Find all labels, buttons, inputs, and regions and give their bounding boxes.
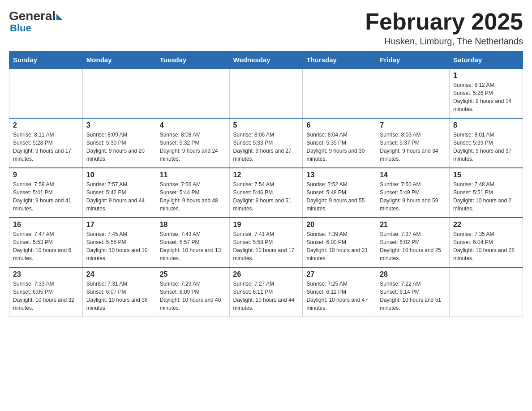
calendar-week-3: 9Sunrise: 7:59 AMSunset: 5:41 PMDaylight… <box>9 168 523 218</box>
day-of-week-saturday: Saturday <box>450 51 523 69</box>
day-info: Sunrise: 7:57 AMSunset: 5:42 PMDaylight:… <box>86 180 152 213</box>
day-info: Sunrise: 7:50 AMSunset: 5:49 PMDaylight:… <box>380 180 446 213</box>
logo-blue-text: Blue <box>10 23 31 33</box>
day-number: 6 <box>306 121 372 129</box>
day-of-week-sunday: Sunday <box>9 51 83 69</box>
day-info: Sunrise: 7:22 AMSunset: 6:14 PMDaylight:… <box>380 280 446 312</box>
day-info: Sunrise: 7:25 AMSunset: 6:12 PMDaylight:… <box>306 280 372 312</box>
day-info: Sunrise: 7:29 AMSunset: 6:09 PMDaylight:… <box>160 280 226 312</box>
day-number: 7 <box>380 121 446 129</box>
day-of-week-thursday: Thursday <box>303 51 376 69</box>
day-info: Sunrise: 7:35 AMSunset: 6:04 PMDaylight:… <box>453 230 519 262</box>
calendar-cell: 22Sunrise: 7:35 AMSunset: 6:04 PMDayligh… <box>450 218 523 267</box>
page-header: General Blue February 2025 Husken, Limbu… <box>9 9 523 47</box>
day-number: 16 <box>13 221 79 229</box>
day-info: Sunrise: 8:08 AMSunset: 5:32 PMDaylight:… <box>160 131 226 163</box>
day-number: 26 <box>233 270 299 278</box>
day-info: Sunrise: 7:54 AMSunset: 5:46 PMDaylight:… <box>233 180 299 213</box>
calendar-cell: 3Sunrise: 8:09 AMSunset: 5:30 PMDaylight… <box>82 118 156 168</box>
calendar-cell: 6Sunrise: 8:04 AMSunset: 5:35 PMDaylight… <box>303 118 376 168</box>
calendar-cell: 4Sunrise: 8:08 AMSunset: 5:32 PMDaylight… <box>156 118 229 168</box>
day-info: Sunrise: 8:01 AMSunset: 5:39 PMDaylight:… <box>453 131 519 163</box>
calendar-header: SundayMondayTuesdayWednesdayThursdayFrid… <box>9 51 523 69</box>
day-number: 14 <box>380 171 446 179</box>
day-number: 23 <box>13 270 79 278</box>
day-number: 1 <box>453 72 519 80</box>
day-info: Sunrise: 7:52 AMSunset: 5:48 PMDaylight:… <box>306 180 372 213</box>
title-block: February 2025 Husken, Limburg, The Nethe… <box>365 9 523 47</box>
day-info: Sunrise: 7:39 AMSunset: 6:00 PMDaylight:… <box>306 230 372 262</box>
calendar-cell: 27Sunrise: 7:25 AMSunset: 6:12 PMDayligh… <box>303 267 376 317</box>
day-info: Sunrise: 8:03 AMSunset: 5:37 PMDaylight:… <box>380 131 446 163</box>
calendar-cell: 28Sunrise: 7:22 AMSunset: 6:14 PMDayligh… <box>376 267 450 317</box>
day-of-week-tuesday: Tuesday <box>156 51 229 69</box>
day-info: Sunrise: 7:31 AMSunset: 6:07 PMDaylight:… <box>86 280 152 312</box>
calendar-cell: 13Sunrise: 7:52 AMSunset: 5:48 PMDayligh… <box>303 168 376 218</box>
day-number: 11 <box>160 171 226 179</box>
calendar-cell <box>229 68 303 118</box>
calendar-cell: 7Sunrise: 8:03 AMSunset: 5:37 PMDaylight… <box>376 118 450 168</box>
day-info: Sunrise: 8:04 AMSunset: 5:35 PMDaylight:… <box>306 131 372 163</box>
logo-arrow-icon <box>56 14 63 20</box>
calendar-cell: 15Sunrise: 7:48 AMSunset: 5:51 PMDayligh… <box>450 168 523 218</box>
calendar-cell: 2Sunrise: 8:11 AMSunset: 5:28 PMDaylight… <box>9 118 83 168</box>
day-info: Sunrise: 7:41 AMSunset: 5:58 PMDaylight:… <box>233 230 299 262</box>
calendar-cell <box>82 68 156 118</box>
calendar-cell <box>376 68 450 118</box>
day-info: Sunrise: 7:33 AMSunset: 6:05 PMDaylight:… <box>13 280 79 312</box>
calendar-cell: 8Sunrise: 8:01 AMSunset: 5:39 PMDaylight… <box>450 118 523 168</box>
day-number: 27 <box>306 270 372 278</box>
calendar-table: SundayMondayTuesdayWednesdayThursdayFrid… <box>9 51 523 317</box>
day-info: Sunrise: 7:27 AMSunset: 6:11 PMDaylight:… <box>233 280 299 312</box>
logo: General Blue <box>9 9 63 33</box>
day-number: 12 <box>233 171 299 179</box>
day-number: 22 <box>453 221 519 229</box>
day-of-week-wednesday: Wednesday <box>229 51 303 69</box>
day-number: 2 <box>13 121 79 129</box>
calendar-week-5: 23Sunrise: 7:33 AMSunset: 6:05 PMDayligh… <box>9 267 523 317</box>
calendar-cell: 23Sunrise: 7:33 AMSunset: 6:05 PMDayligh… <box>9 267 83 317</box>
day-info: Sunrise: 7:43 AMSunset: 5:57 PMDaylight:… <box>160 230 226 262</box>
calendar-cell: 18Sunrise: 7:43 AMSunset: 5:57 PMDayligh… <box>156 218 229 267</box>
calendar-cell: 25Sunrise: 7:29 AMSunset: 6:09 PMDayligh… <box>156 267 229 317</box>
day-number: 9 <box>13 171 79 179</box>
day-number: 21 <box>380 221 446 229</box>
day-number: 25 <box>160 270 226 278</box>
day-info: Sunrise: 8:06 AMSunset: 5:33 PMDaylight:… <box>233 131 299 163</box>
day-number: 18 <box>160 221 226 229</box>
location-text: Husken, Limburg, The Netherlands <box>365 36 523 47</box>
calendar-cell: 5Sunrise: 8:06 AMSunset: 5:33 PMDaylight… <box>229 118 303 168</box>
day-of-week-monday: Monday <box>82 51 156 69</box>
calendar-cell: 19Sunrise: 7:41 AMSunset: 5:58 PMDayligh… <box>229 218 303 267</box>
calendar-cell <box>303 68 376 118</box>
day-number: 10 <box>86 171 152 179</box>
day-info: Sunrise: 8:09 AMSunset: 5:30 PMDaylight:… <box>86 131 152 163</box>
day-number: 15 <box>453 171 519 179</box>
calendar-cell: 16Sunrise: 7:47 AMSunset: 5:53 PMDayligh… <box>9 218 83 267</box>
day-number: 19 <box>233 221 299 229</box>
day-number: 17 <box>86 221 152 229</box>
day-info: Sunrise: 7:45 AMSunset: 5:55 PMDaylight:… <box>86 230 152 262</box>
day-number: 24 <box>86 270 152 278</box>
calendar-cell: 24Sunrise: 7:31 AMSunset: 6:07 PMDayligh… <box>82 267 156 317</box>
day-number: 4 <box>160 121 226 129</box>
calendar-cell: 17Sunrise: 7:45 AMSunset: 5:55 PMDayligh… <box>82 218 156 267</box>
calendar-cell: 1Sunrise: 8:12 AMSunset: 5:26 PMDaylight… <box>450 68 523 118</box>
day-info: Sunrise: 8:11 AMSunset: 5:28 PMDaylight:… <box>13 131 79 163</box>
day-number: 13 <box>306 171 372 179</box>
day-number: 20 <box>306 221 372 229</box>
calendar-cell <box>450 267 523 317</box>
day-info: Sunrise: 8:12 AMSunset: 5:26 PMDaylight:… <box>453 81 519 113</box>
calendar-week-1: 1Sunrise: 8:12 AMSunset: 5:26 PMDaylight… <box>9 68 523 118</box>
calendar-cell: 10Sunrise: 7:57 AMSunset: 5:42 PMDayligh… <box>82 168 156 218</box>
calendar-cell <box>156 68 229 118</box>
day-number: 5 <box>233 121 299 129</box>
day-number: 28 <box>380 270 446 278</box>
calendar-cell: 20Sunrise: 7:39 AMSunset: 6:00 PMDayligh… <box>303 218 376 267</box>
calendar-cell <box>9 68 83 118</box>
day-number: 3 <box>86 121 152 129</box>
calendar-week-2: 2Sunrise: 8:11 AMSunset: 5:28 PMDaylight… <box>9 118 523 168</box>
day-info: Sunrise: 7:48 AMSunset: 5:51 PMDaylight:… <box>453 180 519 213</box>
calendar-cell: 14Sunrise: 7:50 AMSunset: 5:49 PMDayligh… <box>376 168 450 218</box>
calendar-week-4: 16Sunrise: 7:47 AMSunset: 5:53 PMDayligh… <box>9 218 523 267</box>
